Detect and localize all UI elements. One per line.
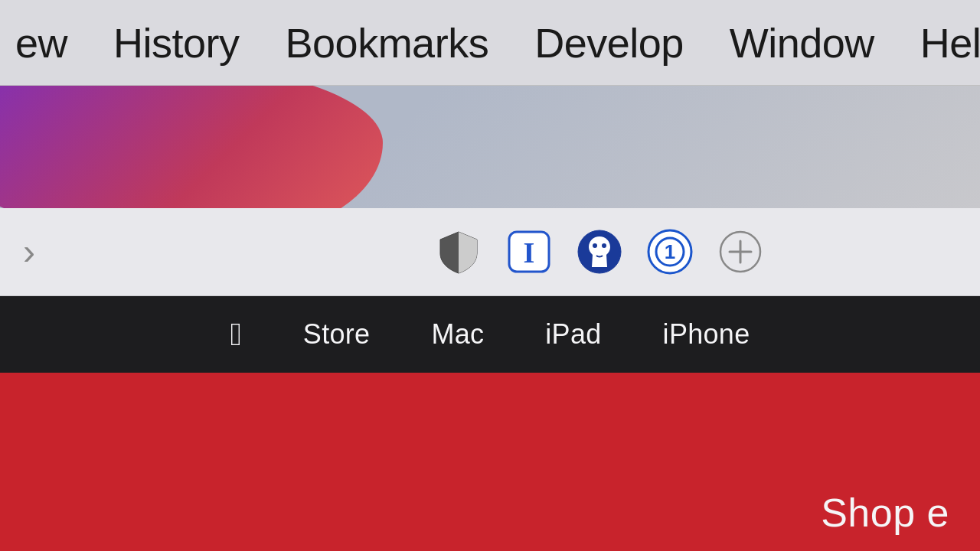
menu-item-help[interactable]: Help (897, 19, 980, 67)
1password-icon[interactable]: 1 (644, 226, 696, 278)
svg-text:I: I (523, 236, 534, 269)
menu-item-bookmarks[interactable]: Bookmarks (263, 19, 512, 67)
menu-item-history[interactable]: History (90, 19, 263, 67)
svg-point-4 (602, 243, 606, 248)
night-owl-icon[interactable] (573, 226, 626, 278)
menu-item-window[interactable]: Window (707, 19, 897, 67)
apple-nav:  Store Mac iPad iPhone (0, 296, 980, 373)
nav-ipad[interactable]: iPad (545, 318, 601, 350)
svg-point-3 (593, 243, 597, 248)
instapaper-icon[interactable]: I (503, 226, 555, 278)
shop-label: Shop e (821, 490, 949, 536)
nav-store[interactable]: Store (303, 318, 371, 350)
toolbar-area: › I (0, 208, 980, 296)
red-content-area: Shop e (0, 373, 980, 551)
svg-text:1: 1 (664, 240, 675, 263)
forward-button[interactable]: › (23, 233, 35, 270)
nav-mac[interactable]: Mac (431, 318, 484, 350)
nav-iphone[interactable]: iPhone (663, 318, 750, 350)
menu-item-view[interactable]: ew (8, 19, 90, 67)
privacy-shield-icon[interactable] (433, 226, 485, 278)
apple-logo-icon[interactable]:  (230, 318, 242, 350)
menu-item-develop[interactable]: Develop (511, 19, 707, 67)
add-extension-button[interactable] (714, 226, 766, 278)
extensions-area: I 1 (433, 226, 766, 278)
hero-blob (0, 86, 383, 208)
menu-bar: ew History Bookmarks Develop Window Help (0, 0, 980, 86)
hero-area (0, 86, 980, 208)
